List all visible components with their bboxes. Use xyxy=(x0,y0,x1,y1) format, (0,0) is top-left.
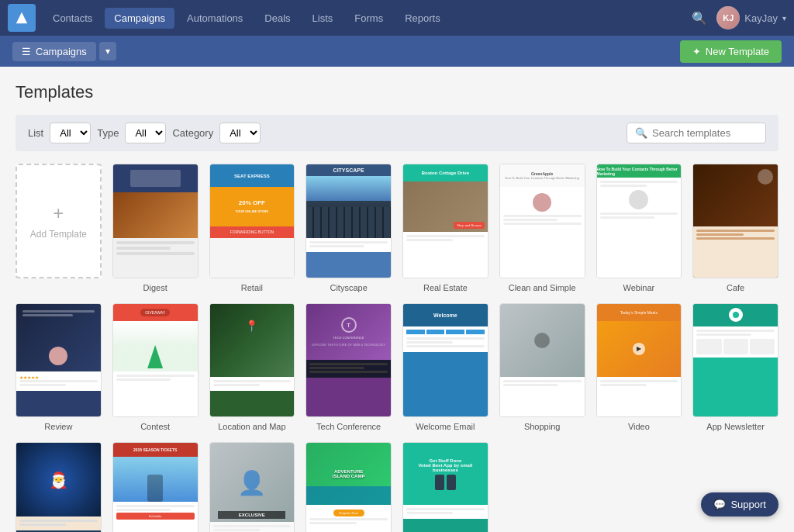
support-label: Support xyxy=(730,499,766,510)
video-label: Video xyxy=(628,422,650,431)
type-label: Type xyxy=(97,127,119,139)
template-review[interactable]: ★★★★★ Review xyxy=(16,303,102,432)
cafe-thumb xyxy=(692,164,778,278)
tech-label: Tech Conference xyxy=(316,422,381,431)
templates-grid: + Add Template Digest SEAT EXPRE xyxy=(16,164,778,532)
tech-thumb: T TECH CONFERENCE EXPLORE THE FUTURE OF … xyxy=(306,303,392,418)
nav-contacts[interactable]: Contacts xyxy=(43,8,102,29)
template-location[interactable]: 📍 Location and Map xyxy=(209,303,295,432)
new-template-icon: ✦ xyxy=(692,46,701,57)
template-christmas[interactable]: 🎅 Christmas xyxy=(16,442,102,532)
add-template-label: Add Template xyxy=(30,229,87,240)
welcome-thumb: Welcome xyxy=(402,303,488,418)
realestate-label: Real Estate xyxy=(423,283,468,292)
search-icon: 🔍 xyxy=(635,127,647,139)
digest-label: Digest xyxy=(143,283,167,292)
template-contest[interactable]: GIVEAWAY Contest xyxy=(112,303,198,432)
filter-bar: List All Type All Category All 🔍 xyxy=(16,115,778,151)
nav-campaigns[interactable]: Campaigns xyxy=(105,8,174,29)
nav-lists[interactable]: Lists xyxy=(303,8,343,29)
event-thumb: ADVENTUREISLAND CAMP Register Now xyxy=(306,442,392,532)
page-content: Templates List All Type All Category All… xyxy=(0,67,794,532)
retail-label: Retail xyxy=(241,283,263,292)
support-icon: 💬 xyxy=(713,499,726,510)
template-tickets[interactable]: 2015 SEASON TICKETS Schedule Tickets xyxy=(112,442,198,532)
category-label: Category xyxy=(172,127,213,139)
template-event[interactable]: ADVENTUREISLAND CAMP Register Now Event … xyxy=(306,442,392,532)
contest-thumb: GIVEAWAY xyxy=(112,303,198,418)
campaigns-nav-label: Campaigns xyxy=(36,46,87,57)
list-filter-select[interactable]: All xyxy=(50,123,91,143)
announce-thumb: Get Stuff DoneVoted Best App by small bu… xyxy=(402,442,488,532)
template-cityscape[interactable]: CITYSCAPE Cityscape xyxy=(306,164,392,292)
template-digest[interactable]: Digest xyxy=(112,164,198,292)
nav-right: 🔍 KJ KayJay ▾ xyxy=(692,6,786,29)
username-label: KayJay xyxy=(744,12,778,24)
support-button[interactable]: 💬 Support xyxy=(701,492,778,516)
template-shopping[interactable]: Shopping xyxy=(499,303,585,432)
campaigns-nav-button[interactable]: ☰ Campaigns xyxy=(12,42,96,61)
review-thumb: ★★★★★ xyxy=(16,303,102,418)
cafe-label: Cafe xyxy=(727,283,744,292)
template-tech[interactable]: T TECH CONFERENCE EXPLORE THE FUTURE OF … xyxy=(306,303,392,432)
location-thumb: 📍 xyxy=(209,303,295,418)
template-discount[interactable]: 👤 EXCLUSIVE Discount xyxy=(209,442,295,532)
template-app[interactable]: App Newsletter xyxy=(692,303,778,432)
christmas-thumb: 🎅 xyxy=(16,442,102,532)
app-label: App Newsletter xyxy=(706,422,765,431)
clean-label: Clean and Simple xyxy=(509,283,576,292)
nav-links: Contacts Campaigns Automations Deals Lis… xyxy=(43,8,450,29)
webinar-label: Webinar xyxy=(623,283,654,292)
template-webinar[interactable]: How To Build Your Contacts Through Bette… xyxy=(596,164,682,292)
shopping-label: Shopping xyxy=(524,422,561,431)
top-nav: Contacts Campaigns Automations Deals Lis… xyxy=(0,0,794,36)
svg-marker-0 xyxy=(16,12,27,23)
campaigns-nav-icon: ☰ xyxy=(22,46,31,57)
plus-icon: + xyxy=(53,202,64,224)
search-icon[interactable]: 🔍 xyxy=(692,11,707,26)
template-welcome[interactable]: Welcome Welcome Email xyxy=(402,303,488,432)
nav-logo[interactable] xyxy=(8,4,36,32)
nav-reports[interactable]: Reports xyxy=(395,8,450,29)
template-cafe[interactable]: Cafe xyxy=(692,164,778,292)
discount-thumb: 👤 EXCLUSIVE xyxy=(209,442,295,532)
template-video[interactable]: Today's Simple Meals ▶ Video xyxy=(596,303,682,432)
template-realestate[interactable]: Boston Cottage Drive Shop and Browse Rea… xyxy=(402,164,488,292)
search-input[interactable] xyxy=(652,127,758,139)
category-filter-select[interactable]: All xyxy=(219,123,261,143)
retail-thumb: SEAT EXPRESS 20% OFFYOUR ONLINE STORE FO… xyxy=(209,164,295,278)
tickets-thumb: 2015 SEASON TICKETS Schedule xyxy=(112,442,198,532)
add-template-thumb[interactable]: + Add Template xyxy=(16,164,102,278)
location-label: Location and Map xyxy=(218,422,285,431)
nav-forms[interactable]: Forms xyxy=(345,8,392,29)
shopping-thumb xyxy=(499,303,585,418)
avatar-image: KJ xyxy=(716,6,740,29)
cityscape-thumb: CITYSCAPE xyxy=(306,164,392,278)
digest-thumb xyxy=(112,164,198,278)
template-add[interactable]: + Add Template xyxy=(16,164,102,292)
type-filter-select[interactable]: All xyxy=(125,123,166,143)
review-label: Review xyxy=(44,422,72,431)
webinar-thumb: How To Build Your Contacts Through Bette… xyxy=(596,164,682,278)
avatar: KJ xyxy=(716,6,740,29)
contest-label: Contest xyxy=(140,422,170,431)
clean-thumb: GreenApple How To Build Your Contacts Th… xyxy=(499,164,585,278)
nav-deals[interactable]: Deals xyxy=(255,8,299,29)
page-title: Templates xyxy=(16,82,778,102)
nav-automations[interactable]: Automations xyxy=(178,8,252,29)
campaigns-dropdown-button[interactable]: ▾ xyxy=(99,42,116,60)
search-box: 🔍 xyxy=(627,123,766,143)
list-label: List xyxy=(28,127,43,139)
app-thumb xyxy=(692,303,778,418)
new-template-label: New Template xyxy=(706,46,769,57)
cityscape-label: Cityscape xyxy=(330,283,367,292)
template-announce[interactable]: Get Stuff DoneVoted Best App by small bu… xyxy=(402,442,488,532)
user-menu[interactable]: KJ KayJay ▾ xyxy=(716,6,786,29)
welcome-label: Welcome Email xyxy=(416,422,475,431)
video-thumb: Today's Simple Meals ▶ xyxy=(596,303,682,418)
realestate-thumb: Boston Cottage Drive Shop and Browse xyxy=(402,164,488,278)
new-template-button[interactable]: ✦ New Template xyxy=(680,40,782,63)
template-clean[interactable]: GreenApple How To Build Your Contacts Th… xyxy=(499,164,585,292)
template-retail[interactable]: SEAT EXPRESS 20% OFFYOUR ONLINE STORE FO… xyxy=(209,164,295,292)
sub-nav: ☰ Campaigns ▾ ✦ New Template xyxy=(0,36,794,67)
